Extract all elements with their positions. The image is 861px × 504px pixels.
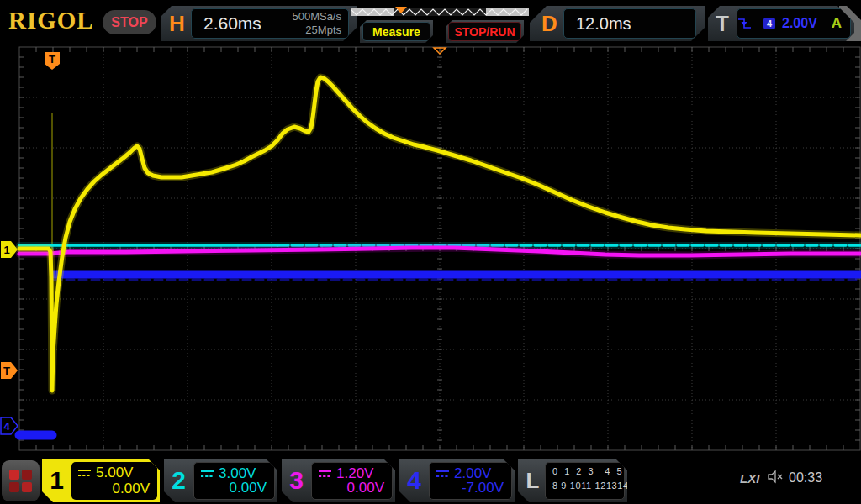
logic-channels-block[interactable]: L 0 1 2 3 4 5 6 7 8 9 1011 12131415 — [518, 459, 627, 502]
oscilloscope-screen: T1T4 RIGOL STOP H 2.60ms 500MSa/s 25Mpts… — [0, 0, 861, 504]
delay-readout: 12.0ms — [563, 8, 696, 39]
run-state-badge: STOP — [103, 10, 156, 34]
clock: 00:33 — [789, 470, 822, 486]
logic-label: L — [518, 467, 547, 493]
menu-grid-square — [9, 470, 19, 480]
svg-text:4: 4 — [3, 420, 10, 433]
stop-run-button-label: STOP/RUN — [448, 22, 521, 41]
digital-channels-0-7: 0 1 2 3 4 5 6 7 — [552, 466, 647, 476]
channel-4-offset: -7.00V — [462, 480, 504, 496]
channel-4-block[interactable]: 4 2.00V -7.00V — [399, 459, 515, 502]
dc-coupling-icon — [200, 470, 214, 479]
acquisition-info: 500MSa/s 25Mpts — [292, 10, 348, 37]
sample-rate: 500MSa/s — [292, 10, 341, 23]
dc-coupling-icon — [436, 470, 450, 479]
channel-3-block[interactable]: 3 1.20V 0.00V — [282, 459, 395, 502]
lxi-indicator: LXI — [740, 471, 759, 486]
membar-right-segment — [486, 8, 529, 16]
dc-coupling-icon — [318, 470, 332, 479]
level-marker-T[interactable]: T — [1, 362, 18, 379]
channel-2-offset: 0.00V — [230, 480, 267, 496]
channel-3-number: 3 — [282, 465, 311, 494]
dc-coupling-icon — [77, 469, 92, 478]
trigger-source-badge: 4 — [763, 18, 775, 29]
timebase-value: 2.60ms — [192, 13, 292, 34]
channel-1-scale: 5.00V — [96, 465, 133, 481]
memory-depth: 25Mpts — [305, 24, 341, 36]
falling-edge-icon — [737, 18, 752, 29]
channel-1-number: 1 — [42, 465, 71, 494]
delay-panel[interactable]: D 12.0ms — [530, 6, 705, 41]
digital-channels-8-15: 8 9 1011 12131415 — [552, 480, 640, 491]
menu-grid-square — [22, 482, 32, 492]
level-marker-1[interactable]: 1 — [1, 241, 18, 258]
channel-2-number: 2 — [164, 465, 193, 494]
trigger-readout: 4 2.00V A — [737, 8, 851, 39]
level-marker-4[interactable]: 4 — [1, 417, 18, 434]
rigol-logo: RIGOL — [8, 7, 94, 34]
top-status-bar: RIGOL STOP H 2.60ms 500MSa/s 25Mpts Meas… — [0, 0, 861, 46]
ch1-trace — [19, 77, 860, 391]
channel-1-readout: 5.00V 0.00V — [71, 462, 157, 500]
menu-button[interactable] — [2, 460, 40, 501]
svg-text:1: 1 — [3, 244, 9, 256]
trigger-status: A — [832, 15, 842, 32]
channel-1-block[interactable]: 1 5.00V 0.00V — [42, 459, 160, 502]
channel-3-readout: 1.20V 0.00V — [311, 462, 393, 500]
trigger-position-marker[interactable]: T — [45, 52, 60, 70]
channel-2-block[interactable]: 2 3.00V 0.00V — [164, 459, 277, 502]
waveform-display: T1T4 — [0, 0, 861, 504]
trigger-label: T — [716, 11, 729, 37]
channel-1-offset: 0.00V — [113, 480, 150, 497]
bottom-status-bar: 1 5.00V 0.00V 2 3.00V 0.00V — [0, 458, 861, 504]
logic-readout: 0 1 2 3 4 5 6 7 8 9 1011 12131415 — [545, 462, 625, 500]
horizontal-panel[interactable]: H 2.60ms 500MSa/s 25Mpts — [161, 6, 357, 41]
delay-value: 12.0ms — [564, 14, 631, 34]
svg-text:T: T — [3, 365, 10, 377]
channel-4-number: 4 — [399, 465, 429, 494]
channel-4-readout: 2.00V -7.00V — [429, 462, 512, 500]
trigger-panel[interactable]: T 4 2.00V A — [708, 6, 854, 41]
stop-run-button[interactable]: STOP/RUN — [446, 20, 524, 43]
menu-grid-square — [22, 470, 32, 480]
menu-grid-square — [9, 482, 19, 492]
delay-label: D — [541, 11, 557, 37]
measure-button-label: Measure — [362, 22, 430, 41]
channel-3-offset: 0.00V — [347, 480, 384, 496]
sound-muted-icon — [768, 470, 784, 484]
horizontal-label: H — [169, 11, 185, 37]
measure-button[interactable]: Measure — [360, 20, 433, 43]
svg-text:T: T — [49, 53, 55, 66]
horizontal-readout: 2.60ms 500MSa/s 25Mpts — [191, 8, 349, 39]
menu-grid-icon — [9, 470, 32, 492]
memory-position-bar[interactable] — [351, 7, 529, 18]
trigger-level-value: 2.00V — [782, 16, 817, 31]
channel-2-readout: 3.00V 0.00V — [193, 462, 275, 500]
